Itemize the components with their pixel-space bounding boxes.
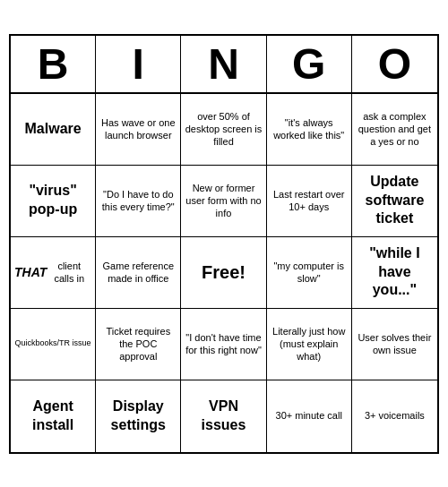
bingo-cell: 30+ minute call [267,380,352,452]
bingo-cell: User solves their own issue [352,309,437,380]
bingo-header: BINGO [11,36,437,94]
bingo-cell: Malware [11,94,96,166]
bingo-cell: Ticket requires the POC approval [96,309,181,380]
bingo-cell: Literally just how (must explain what) [267,309,352,380]
bingo-cell: Free! [181,237,266,309]
bingo-card: BINGO MalwareHas wave or one launch brow… [9,34,439,454]
bingo-cell: Last restart over 10+ days [267,166,352,237]
bingo-letter: I [96,36,181,94]
bingo-cell: Display settings [96,380,181,452]
bingo-cell: New or former user form with no info [181,166,266,237]
bingo-cell: "my computer is slow" [267,237,352,309]
bingo-grid: MalwareHas wave or one launch browserove… [11,94,437,452]
bingo-cell: Agent install [11,380,96,452]
bingo-cell: Game reference made in office [96,237,181,309]
bingo-cell: "virus" pop-up [11,166,96,237]
bingo-cell: THAT client calls in [11,237,96,309]
bingo-cell: "I don't have time for this right now" [181,309,266,380]
bingo-cell: Update software ticket [352,166,437,237]
bingo-cell: over 50% of desktop screen is filled [181,94,266,166]
bingo-cell: "Do I have to do this every time?" [96,166,181,237]
bingo-letter: G [267,36,352,94]
bingo-cell: VPN issues [181,380,266,452]
bingo-cell: Quickbooks/TR issue [11,309,96,380]
bingo-letter: N [181,36,266,94]
bingo-letter: O [352,36,437,94]
bingo-cell: Has wave or one launch browser [96,94,181,166]
bingo-cell: ask a complex question and get a yes or … [352,94,437,166]
bingo-cell: "it's always worked like this" [267,94,352,166]
bingo-cell: 3+ voicemails [352,380,437,452]
bingo-cell: "while I have you..." [352,237,437,309]
bingo-letter: B [11,36,96,94]
